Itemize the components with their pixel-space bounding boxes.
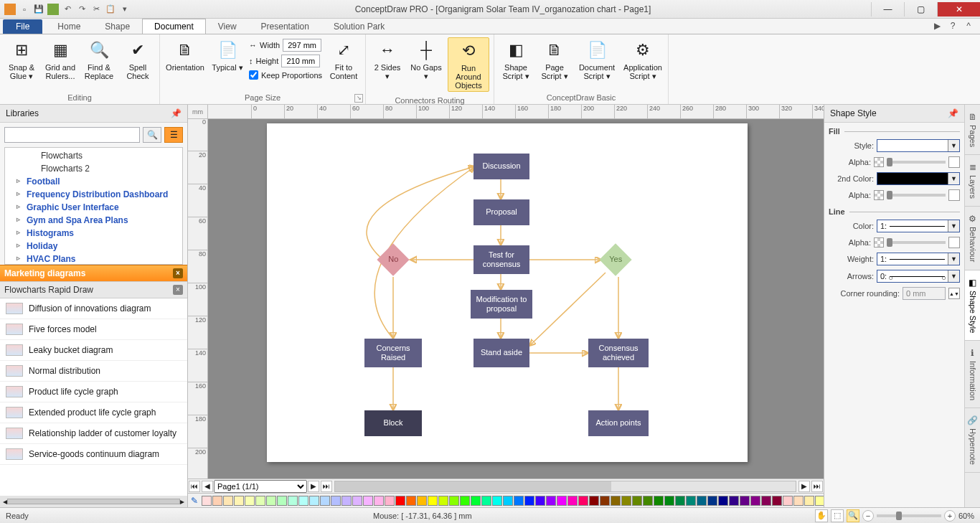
palette-swatch[interactable]: [815, 496, 824, 506]
palette-swatch[interactable]: [255, 496, 265, 506]
palette-swatch[interactable]: [761, 496, 771, 506]
scroll-right-icon[interactable]: ▶: [798, 481, 810, 492]
palette-swatch[interactable]: [406, 496, 416, 506]
node-no[interactable]: No: [377, 243, 409, 275]
help-icon[interactable]: ?: [947, 21, 958, 32]
fill-style-dropdown[interactable]: ▼: [877, 139, 960, 152]
side-tab-behaviour[interactable]: ⚙Behaviour: [965, 207, 980, 270]
node-proposal[interactable]: Proposal: [473, 199, 529, 225]
tab-solution-park[interactable]: Solution Park: [321, 19, 397, 34]
shape-script-button[interactable]: ◧Shape Script ▾: [499, 37, 533, 82]
select-mode-icon[interactable]: ⬚: [831, 509, 844, 522]
node-discussion[interactable]: Discussion: [473, 154, 529, 179]
alpha-value-button[interactable]: [948, 156, 960, 168]
close-button[interactable]: ✕: [937, 2, 980, 17]
palette-swatch[interactable]: [664, 496, 674, 506]
tab-shape[interactable]: Shape: [93, 19, 142, 34]
node-consensus[interactable]: Consensus achieved: [588, 339, 649, 367]
qat-paste-icon[interactable]: 📋: [105, 4, 116, 15]
side-tab-information[interactable]: ℹInformation: [965, 341, 980, 408]
scroll-end-icon[interactable]: ⏭: [811, 481, 823, 492]
palette-swatch[interactable]: [783, 496, 793, 506]
shape-item[interactable]: Normal distribution: [0, 361, 187, 382]
file-tab[interactable]: File: [3, 19, 42, 34]
palette-swatch[interactable]: [557, 496, 567, 506]
search-icon[interactable]: 🔍: [143, 127, 161, 143]
shape-item[interactable]: Relationship ladder of customer loyalty: [0, 423, 187, 444]
palette-swatch[interactable]: [460, 496, 470, 506]
palette-swatch[interactable]: [352, 496, 362, 506]
corner-rounding-input[interactable]: [903, 287, 946, 300]
present-icon[interactable]: ▶: [931, 21, 943, 32]
palette-swatch[interactable]: [707, 496, 717, 506]
palette-swatch[interactable]: [331, 496, 341, 506]
qat-icon[interactable]: [47, 4, 59, 15]
shape-item[interactable]: Extended product life cycle graph: [0, 402, 187, 423]
node-concerns[interactable]: Concerns Raised: [364, 339, 422, 367]
qat-cut-icon[interactable]: ✂: [90, 4, 102, 15]
pager-next-icon[interactable]: ▶: [308, 481, 319, 492]
fill-alpha2-slider[interactable]: [887, 194, 946, 197]
typical-button[interactable]: 📄Typical ▾: [210, 37, 245, 73]
page-height-input[interactable]: [281, 55, 320, 67]
line-alpha-slider[interactable]: [887, 241, 946, 244]
pager-last-icon[interactable]: ⏭: [321, 481, 332, 492]
node-mod[interactable]: Modification to proposal: [471, 290, 532, 319]
zoom-out-button[interactable]: −: [862, 510, 874, 522]
tab-presentation[interactable]: Presentation: [249, 19, 321, 34]
grid-rulers-button[interactable]: ▦Grid and Rulers...: [43, 37, 77, 82]
canvas[interactable]: Discussion Proposal Test for consensus M…: [208, 119, 824, 479]
fit-content-button[interactable]: ⤢Fit to Content: [326, 37, 361, 82]
palette-swatch[interactable]: [524, 496, 534, 506]
palette-swatch[interactable]: [546, 496, 556, 506]
palette-swatch[interactable]: [793, 496, 804, 506]
zoom-slider[interactable]: [877, 514, 941, 517]
orientation-button[interactable]: 🗎Orientation: [164, 37, 206, 73]
side-tab-pages[interactable]: 🗎Pages: [965, 105, 980, 155]
palette-swatch[interactable]: [449, 496, 459, 506]
application-script-button[interactable]: ⚙Application Script ▾: [622, 37, 664, 82]
new-icon[interactable]: ▫: [19, 4, 30, 15]
tab-home[interactable]: Home: [45, 19, 93, 34]
node-test[interactable]: Test for consensus: [473, 245, 529, 274]
tree-item[interactable]: Gym and Spa Area Plans: [5, 214, 182, 227]
palette-swatch[interactable]: [245, 496, 255, 506]
palette-swatch[interactable]: [654, 496, 664, 506]
palette-swatch[interactable]: [578, 496, 588, 506]
eyedropper-icon[interactable]: ✎: [191, 495, 198, 506]
page-width-input[interactable]: [283, 39, 321, 52]
side-tab-shape-style[interactable]: ◧Shape Style: [965, 270, 980, 341]
pagesize-launcher-icon[interactable]: ↘: [354, 94, 363, 103]
maximize-button[interactable]: ▢: [904, 2, 937, 17]
palette-swatch[interactable]: [202, 496, 212, 506]
tab-document[interactable]: Document: [142, 19, 206, 34]
qat-more-icon[interactable]: ▾: [119, 4, 131, 15]
redo-icon[interactable]: ↷: [76, 4, 88, 15]
palette-swatch[interactable]: [288, 496, 298, 506]
palette-swatch[interactable]: [675, 496, 685, 506]
tree-item[interactable]: Flowcharts 2: [5, 162, 182, 175]
palette-swatch[interactable]: [223, 496, 233, 506]
h-scrollbar[interactable]: [334, 481, 796, 492]
list-view-icon[interactable]: ☰: [164, 127, 183, 143]
pin-icon[interactable]: 📌: [948, 108, 958, 118]
tree-item[interactable]: Frequency Distribution Dashboard: [5, 188, 182, 201]
section-marketing[interactable]: Marketing diagrams×: [0, 265, 187, 281]
side-tab-hypernote[interactable]: 🔗Hypernote: [965, 408, 980, 473]
palette-swatch[interactable]: [621, 496, 631, 506]
keep-proportions-check[interactable]: [249, 70, 258, 80]
palette-swatch[interactable]: [481, 496, 491, 506]
tab-view[interactable]: View: [206, 19, 249, 34]
pin-icon[interactable]: 📌: [171, 108, 182, 118]
library-tree[interactable]: Flowcharts Flowcharts 2 Football Frequen…: [4, 147, 183, 265]
palette-swatch[interactable]: [277, 496, 287, 506]
alpha-value-button[interactable]: [948, 189, 960, 201]
palette-swatch[interactable]: [643, 496, 653, 506]
tree-item[interactable]: Holiday: [5, 240, 182, 253]
node-action[interactable]: Action points: [588, 410, 649, 436]
palette-swatch[interactable]: [428, 496, 438, 506]
section-flowcharts-rapid[interactable]: Flowcharts Rapid Draw×: [0, 281, 187, 298]
palette-swatch[interactable]: [309, 496, 319, 506]
palette-swatch[interactable]: [395, 496, 405, 506]
palette-swatch[interactable]: [514, 496, 524, 506]
